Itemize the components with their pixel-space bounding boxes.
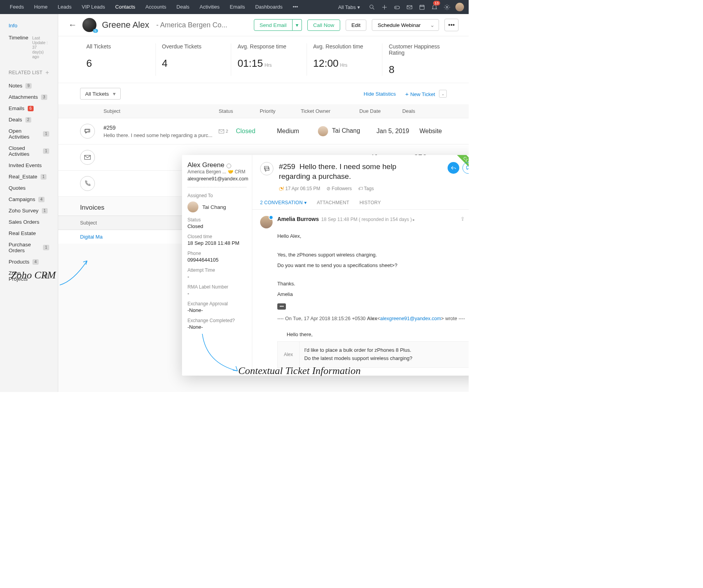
nav-contacts[interactable]: Contacts: [110, 0, 140, 14]
tickets-filter-dropdown[interactable]: All Tickets▾: [80, 88, 121, 100]
annotation-ticket-info: Contextual Ticket Information: [238, 365, 360, 377]
new-ticket-dropdown[interactable]: ⌄: [439, 90, 447, 98]
nav-emails[interactable]: Emails: [225, 0, 250, 14]
notif-badge: 13: [433, 1, 440, 5]
sidebar-item[interactable]: Zoho Survey1: [0, 205, 58, 216]
due-date-value: Jan 5, 2019: [376, 128, 419, 135]
contact-company: - America Bergen Co...: [156, 21, 227, 29]
nav-vip-leads[interactable]: VIP Leads: [77, 0, 110, 14]
last-update-text: Last Update : 37 day(s) ago: [32, 36, 49, 59]
record-header: ← 5 Greene Alex - America Bergen Co... S…: [58, 14, 469, 36]
search-icon[interactable]: [366, 0, 378, 14]
sidebar-item[interactable]: Products4: [0, 256, 58, 267]
chat-icon: [260, 162, 273, 175]
tags-link[interactable]: 🏷 Tags: [358, 186, 374, 191]
more-actions-button[interactable]: •••: [444, 19, 459, 31]
comment-button[interactable]: [462, 162, 469, 174]
sidebar-item[interactable]: Invited Events: [0, 160, 58, 171]
schedule-webinar-button[interactable]: Schedule Webinar⌄: [372, 19, 439, 31]
user-avatar[interactable]: [455, 3, 464, 11]
sidebar-item[interactable]: Campaigns4: [0, 194, 58, 205]
edit-button[interactable]: Edit: [346, 20, 366, 31]
owner-value: Tai Chang: [318, 126, 376, 136]
followers-link[interactable]: ⊘ Followers: [327, 186, 352, 191]
plus-icon[interactable]: [378, 0, 391, 14]
svg-rect-6: [84, 155, 90, 160]
new-ticket-link[interactable]: New Ticket: [405, 91, 435, 97]
sidebar: Info Timeline Last Update : 37 day(s) ag…: [0, 14, 58, 392]
sidebar-tab-timeline[interactable]: Timeline: [9, 35, 29, 41]
bell-icon[interactable]: 13: [428, 0, 441, 14]
svg-point-0: [369, 5, 373, 8]
contact-avatar: 5: [82, 18, 96, 32]
tickets-table-header: Subject Status Priority Ticket Owner Due…: [58, 104, 469, 118]
expand-quote-toggle[interactable]: •••: [277, 303, 286, 310]
call-now-button[interactable]: Call Now: [307, 20, 340, 31]
back-arrow-icon[interactable]: ←: [68, 20, 77, 30]
ticket-detail-popup: Alex Greene America Bergen ... 🤝 CRM ale…: [182, 155, 469, 376]
stat-card: Customer Happiness Rating8: [382, 43, 458, 76]
nav-feeds[interactable]: Feeds: [5, 0, 29, 14]
svg-rect-5: [219, 129, 224, 133]
sidebar-item[interactable]: Sales Orders: [0, 216, 58, 228]
deals-value: Website: [419, 128, 447, 135]
phone-icon: [80, 176, 95, 191]
chat-icon: [80, 124, 95, 139]
sidebar-item[interactable]: Real_Estate1: [0, 171, 58, 182]
nav-accounts[interactable]: Accounts: [140, 0, 171, 14]
stat-card: Avg. Response time01:15Hrs: [231, 43, 307, 76]
globe-icon: [227, 164, 231, 168]
popup-email[interactable]: alexgreene91@yandex.com: [187, 176, 246, 182]
svg-rect-2: [407, 5, 412, 9]
nav-activities[interactable]: Activities: [194, 0, 225, 14]
sidebar-tab-info[interactable]: Info: [0, 20, 58, 32]
sidebar-item[interactable]: Notes9: [0, 80, 58, 91]
sidebar-item[interactable]: Emails6: [0, 103, 58, 114]
tab-attachment[interactable]: ATTACHMENT: [317, 196, 349, 209]
send-email-dropdown[interactable]: ▾: [293, 19, 302, 31]
stat-card: Overdue Tickets4: [156, 43, 232, 76]
nav-leads[interactable]: Leads: [53, 0, 77, 14]
sidebar-item[interactable]: Purchase Orders1: [0, 239, 58, 256]
status-value: Closed: [236, 128, 277, 135]
mail-icon[interactable]: [403, 0, 416, 14]
all-tabs-dropdown[interactable]: All Tabs ▾: [333, 4, 366, 10]
popup-contact-name: Alex Greene: [187, 161, 225, 169]
envelope-icon: 2: [219, 129, 228, 134]
tab-conversation[interactable]: 2 CONVERSATION ▾: [260, 196, 307, 209]
sidebar-item[interactable]: Attachments3: [0, 91, 58, 103]
stat-card: Avg. Resolution time12:00Hrs: [307, 43, 383, 76]
related-list-header: RELATED LIST: [9, 70, 43, 75]
nav-more[interactable]: •••: [287, 0, 303, 14]
sidebar-item[interactable]: Open Activities1: [0, 125, 58, 143]
export-icon[interactable]: ⇪: [460, 216, 465, 222]
sidebar-item[interactable]: Real Estate: [0, 228, 58, 239]
priority-value: Medium: [277, 128, 318, 135]
top-nav: Feeds Home Leads VIP Leads Contacts Acco…: [0, 0, 469, 14]
quoted-email-link[interactable]: alexgreene91@yandex.com: [380, 316, 441, 321]
calendar-icon[interactable]: [416, 0, 428, 14]
nav-deals[interactable]: Deals: [171, 0, 194, 14]
annotation-zoho-crm: Zoho CRM: [11, 269, 56, 281]
hide-statistics-link[interactable]: Hide Statistics: [364, 91, 396, 97]
reply-button[interactable]: [448, 162, 459, 174]
sidebar-item[interactable]: Closed Activities1: [0, 143, 58, 160]
gear-icon[interactable]: [441, 0, 453, 14]
add-related-icon[interactable]: +: [45, 69, 49, 76]
tab-history[interactable]: HISTORY: [359, 196, 381, 209]
nav-dashboards[interactable]: Dashboards: [250, 0, 287, 14]
nav-home[interactable]: Home: [29, 0, 53, 14]
sidebar-item[interactable]: Quotes: [0, 182, 58, 194]
contact-name: Greene Alex: [102, 20, 149, 30]
stats-bar: All Tickets6Overdue Tickets4Avg. Respons…: [58, 36, 469, 83]
svg-rect-1: [394, 6, 400, 9]
svg-rect-3: [419, 5, 424, 9]
svg-point-4: [446, 6, 448, 8]
assignee-avatar: [187, 201, 198, 212]
send-email-button[interactable]: Send Email: [254, 19, 293, 31]
ticket-row[interactable]: #259Hello there. I need some help regard…: [58, 118, 469, 144]
sidebar-item[interactable]: Deals2: [0, 114, 58, 125]
mail-icon: [80, 150, 95, 165]
svg-rect-7: [466, 166, 469, 169]
game-icon[interactable]: [391, 0, 403, 14]
